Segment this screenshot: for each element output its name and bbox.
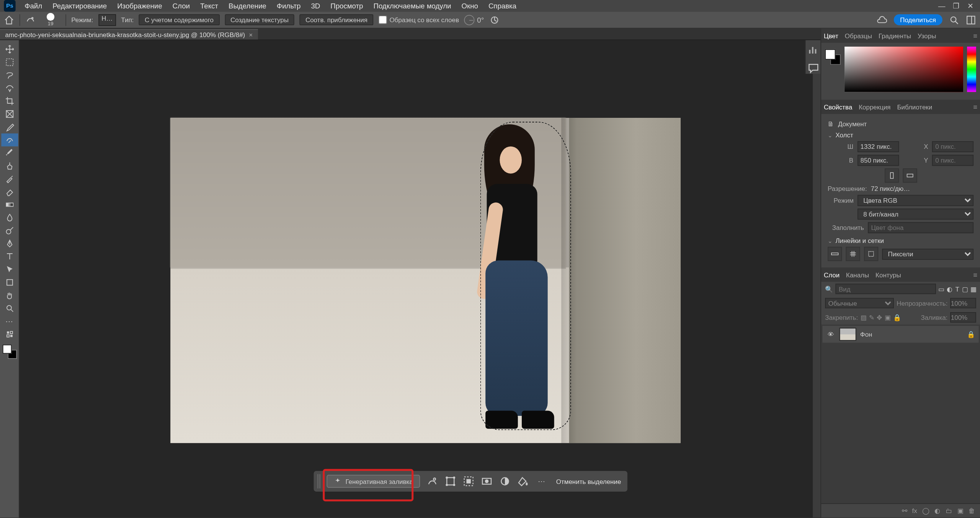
x-input[interactable] — [932, 141, 973, 152]
tool-hand[interactable] — [1, 289, 18, 302]
button-create-texture[interactable]: Создание текстуры — [225, 14, 294, 25]
dock-histogram-icon[interactable] — [807, 44, 819, 55]
search-icon[interactable] — [949, 15, 959, 25]
tool-gradient[interactable] — [1, 198, 18, 211]
select-subject-icon[interactable] — [426, 476, 438, 487]
menu-text[interactable]: Текст — [195, 1, 223, 11]
more-icon[interactable]: ⋯ — [536, 476, 547, 487]
menu-layers[interactable]: Слои — [167, 1, 195, 11]
tool-history-brush[interactable] — [1, 172, 18, 185]
menu-edit[interactable]: Редактирование — [47, 1, 112, 11]
menu-3d[interactable]: 3D — [306, 1, 325, 11]
tool-eraser[interactable] — [1, 185, 18, 198]
transform-icon[interactable] — [445, 476, 456, 487]
tool-blur[interactable] — [1, 211, 18, 224]
fill-icon[interactable] — [517, 476, 529, 487]
lock-position-icon[interactable]: ✥ — [877, 314, 882, 321]
adjustment-icon[interactable] — [499, 476, 511, 487]
taskbar-drag-handle[interactable] — [318, 474, 320, 488]
tool-move[interactable] — [1, 43, 18, 56]
menu-window[interactable]: Окно — [456, 1, 483, 11]
color-field[interactable] — [844, 47, 963, 92]
grid-icon[interactable] — [846, 247, 860, 261]
tool-eyedropper[interactable] — [1, 121, 18, 134]
dock-comments-icon[interactable] — [807, 62, 819, 74]
section-canvas[interactable]: Холст — [828, 132, 973, 139]
blend-mode-select[interactable]: Обычные — [825, 298, 894, 308]
generative-fill-button[interactable]: Генеративная заливка — [327, 475, 420, 488]
tab-patterns[interactable]: Узоры — [918, 32, 936, 39]
share-button[interactable]: Поделиться — [893, 14, 942, 25]
tab-properties[interactable]: Свойства — [824, 103, 852, 111]
tab-libraries[interactable]: Библиотеки — [897, 103, 932, 111]
close-icon[interactable]: ✕ — [966, 2, 975, 10]
tab-swatches[interactable]: Образцы — [845, 32, 872, 39]
link-layers-icon[interactable]: ⚯ — [902, 507, 907, 515]
lock-artboard-icon[interactable]: ▣ — [885, 314, 890, 321]
tab-adjustments[interactable]: Коррекция — [859, 103, 890, 111]
tool-pen[interactable] — [1, 237, 18, 250]
ruler-icon[interactable] — [828, 247, 842, 261]
workspace-icon[interactable] — [966, 15, 976, 25]
mask-icon[interactable] — [481, 476, 492, 487]
filter-image-icon[interactable]: ▭ — [938, 285, 944, 293]
tool-icon-healing[interactable] — [25, 15, 36, 25]
tool-more[interactable]: ⋯ — [1, 315, 18, 328]
document-tab[interactable]: amc-photo-yeni-seksualnaia-briunetka-kra… — [0, 29, 258, 39]
lock-all-icon[interactable]: 🔒 — [893, 314, 901, 321]
layer-lock-icon[interactable]: 🔒 — [967, 331, 975, 338]
fill-opacity-input[interactable] — [950, 312, 976, 323]
filter-type-icon[interactable]: T — [955, 285, 959, 293]
tool-quick-select[interactable] — [1, 81, 18, 94]
menu-filter[interactable]: Фильтр — [271, 1, 306, 11]
foreground-color-swatch[interactable] — [2, 345, 11, 354]
bit-depth-select[interactable]: 8 бит/канал — [858, 209, 973, 220]
opacity-input[interactable] — [950, 298, 976, 308]
tab-color[interactable]: Цвет — [824, 32, 838, 39]
lock-pixels-icon[interactable]: ✎ — [869, 314, 874, 321]
cloud-docs-icon[interactable] — [877, 15, 887, 25]
pressure-icon[interactable] — [489, 15, 500, 25]
canvas-viewport[interactable]: Генеративная заливка ⋯ Отменить выделени… — [20, 40, 821, 518]
tool-edit-toolbar[interactable] — [1, 328, 18, 341]
hue-strip[interactable] — [967, 47, 976, 92]
angle-control[interactable]: 0° — [464, 15, 484, 25]
tool-frame[interactable] — [1, 108, 18, 121]
tool-lasso[interactable] — [1, 68, 18, 81]
height-input[interactable] — [857, 155, 898, 166]
minimize-icon[interactable]: — — [937, 2, 946, 10]
guides-icon[interactable] — [864, 247, 878, 261]
maximize-icon[interactable]: ❐ — [952, 2, 961, 10]
button-proximity[interactable]: Соотв. приближения — [300, 14, 373, 25]
tool-crop[interactable] — [1, 94, 18, 108]
filter-shape-icon[interactable]: ▢ — [962, 285, 968, 293]
menu-view[interactable]: Просмотр — [325, 1, 368, 11]
tab-paths[interactable]: Контуры — [875, 271, 901, 279]
orientation-portrait-icon[interactable] — [884, 168, 898, 182]
panel-menu-icon[interactable]: ≡ — [973, 271, 977, 279]
adjustment-layer-icon[interactable]: ◐ — [934, 507, 940, 515]
tool-shape[interactable] — [1, 276, 18, 289]
color-mode-select[interactable]: Цвета RGB — [858, 195, 973, 206]
units-select[interactable]: Пиксели — [882, 248, 973, 259]
panel-menu-icon[interactable]: ≡ — [973, 32, 977, 39]
tab-channels[interactable]: Каналы — [846, 271, 869, 279]
layer-name[interactable]: Фон — [860, 331, 872, 338]
filter-smart-icon[interactable]: ▦ — [970, 285, 976, 293]
menu-help[interactable]: Справка — [483, 1, 521, 11]
document-canvas[interactable] — [170, 118, 680, 443]
menu-image[interactable]: Изображение — [112, 1, 167, 11]
new-layer-icon[interactable]: ▣ — [957, 507, 963, 515]
sample-all-checkbox[interactable]: Образец со всех слоев — [379, 16, 459, 24]
tool-clone[interactable] — [1, 160, 18, 173]
deselect-button[interactable]: Отменить выделение — [554, 478, 624, 485]
menu-select[interactable]: Выделение — [223, 1, 271, 11]
tool-brush[interactable] — [1, 147, 18, 160]
orientation-landscape-icon[interactable] — [903, 168, 917, 182]
visibility-icon[interactable]: 👁 — [826, 331, 836, 338]
y-input[interactable] — [932, 155, 973, 166]
vertical-scrollbar[interactable] — [813, 40, 820, 518]
panel-menu-icon[interactable]: ≡ — [973, 103, 977, 111]
layer-row[interactable]: 👁 Фон 🔒 — [823, 326, 979, 343]
button-content-aware[interactable]: С учетом содержимого — [139, 14, 219, 25]
